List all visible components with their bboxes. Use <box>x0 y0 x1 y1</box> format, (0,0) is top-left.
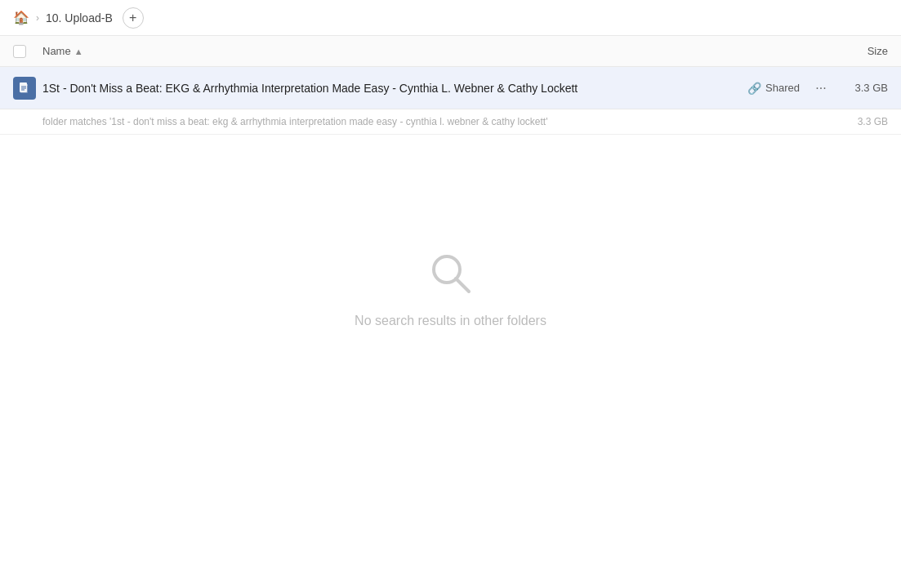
select-all-checkbox-col <box>13 45 42 58</box>
header: 🏠 › 10. Upload-B + <box>0 0 901 36</box>
empty-state: No search results in other folders <box>0 249 901 328</box>
file-row[interactable]: 1St - Don't Miss a Beat: EKG & Arrhythmi… <box>0 67 901 109</box>
svg-line-5 <box>456 278 469 292</box>
file-name: 1St - Don't Miss a Beat: EKG & Arrhythmi… <box>42 82 747 95</box>
no-results-message: No search results in other folders <box>355 314 546 328</box>
file-actions: 🔗 Shared ··· <box>747 77 832 100</box>
shared-badge: 🔗 Shared <box>747 82 800 95</box>
add-tab-button[interactable]: + <box>123 7 144 29</box>
name-col-label: Name <box>42 45 71 57</box>
table-header: Name ▲ Size <box>0 36 901 67</box>
breadcrumb-separator: › <box>36 12 39 24</box>
link-icon: 🔗 <box>747 82 761 95</box>
file-icon <box>13 77 36 100</box>
home-icon[interactable]: 🏠 <box>13 10 29 25</box>
select-all-checkbox[interactable] <box>13 45 26 58</box>
subfolder-size: 3.3 GB <box>839 116 888 127</box>
file-size: 3.3 GB <box>839 82 888 94</box>
size-column-header[interactable]: Size <box>823 45 888 57</box>
file-icon-col <box>13 77 42 100</box>
more-options-button[interactable]: ··· <box>810 77 832 100</box>
name-column-header[interactable]: Name ▲ <box>42 45 823 57</box>
subfolder-match-text: folder matches '1st - don't miss a beat:… <box>42 116 839 127</box>
sort-arrow-icon: ▲ <box>74 47 83 56</box>
no-results-search-icon <box>426 249 475 301</box>
subfolder-matches-row: folder matches '1st - don't miss a beat:… <box>0 109 901 135</box>
breadcrumb-item[interactable]: 10. Upload-B <box>46 11 113 24</box>
shared-label: Shared <box>765 82 800 94</box>
